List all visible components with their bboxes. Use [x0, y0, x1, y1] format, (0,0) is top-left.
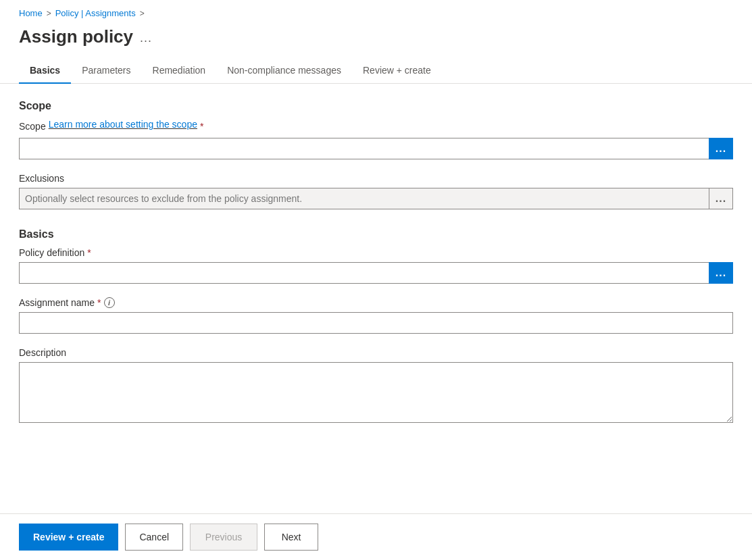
tab-basics[interactable]: Basics: [19, 58, 71, 84]
description-field-group: Description: [19, 347, 733, 425]
assignment-name-label-row: Assignment name * i: [19, 297, 733, 308]
footer-bar: Review + create Cancel Previous Next: [0, 513, 752, 560]
assignment-name-required-star: *: [97, 297, 101, 308]
page-header: Assign policy ...: [0, 24, 752, 58]
policy-definition-input-row: ...: [19, 262, 733, 284]
basics-section: Basics Policy definition * ... Assignmen…: [19, 228, 733, 425]
assignment-name-info-icon: i: [104, 297, 115, 308]
next-button[interactable]: Next: [264, 524, 318, 551]
assignment-name-field-group: Assignment name * i: [19, 297, 733, 334]
policy-definition-label: Policy definition: [19, 247, 84, 258]
previous-button: Previous: [190, 524, 257, 551]
exclusions-input-row: ...: [19, 188, 733, 209]
content-area: Scope Scope Learn more about setting the…: [0, 84, 752, 513]
more-options-button[interactable]: ...: [140, 31, 152, 45]
exclusions-input[interactable]: [19, 188, 709, 209]
breadcrumb-policy-assignments[interactable]: Policy | Assignments: [55, 8, 136, 18]
exclusions-label: Exclusions: [19, 173, 733, 184]
description-input[interactable]: [19, 362, 733, 423]
scope-input-row: ...: [19, 138, 733, 159]
policy-definition-browse-button[interactable]: ...: [709, 262, 733, 284]
description-label: Description: [19, 347, 733, 358]
learn-more-link[interactable]: Learn more about setting the scope: [49, 119, 197, 130]
exclusions-field-group: Exclusions ...: [19, 173, 733, 209]
assignment-name-input[interactable]: [19, 312, 733, 334]
breadcrumb: Home > Policy | Assignments >: [0, 0, 752, 24]
scope-section-title: Scope: [19, 100, 733, 112]
tabs-bar: Basics Parameters Remediation Non-compli…: [0, 58, 752, 84]
scope-label: Scope: [19, 121, 46, 132]
scope-required-star: *: [200, 121, 203, 132]
breadcrumb-sep2: >: [140, 9, 145, 18]
scope-browse-button[interactable]: ...: [709, 138, 733, 159]
policy-definition-required-star: *: [87, 247, 91, 258]
page-title: Assign policy: [19, 26, 133, 47]
scope-field-group: Scope Learn more about setting the scope…: [19, 119, 733, 159]
tab-non-compliance[interactable]: Non-compliance messages: [216, 58, 352, 84]
exclusions-browse-button[interactable]: ...: [709, 188, 733, 209]
tab-parameters[interactable]: Parameters: [71, 58, 141, 84]
breadcrumb-sep1: >: [47, 9, 51, 18]
review-create-button[interactable]: Review + create: [19, 524, 118, 551]
assignment-name-label: Assignment name: [19, 297, 95, 308]
learn-more-text: Learn more about setting the scope: [49, 119, 197, 130]
policy-definition-field-group: Policy definition * ...: [19, 247, 733, 284]
tab-review-create[interactable]: Review + create: [352, 58, 442, 84]
breadcrumb-home[interactable]: Home: [19, 8, 43, 18]
policy-definition-input[interactable]: [19, 262, 709, 284]
scope-label-row: Scope Learn more about setting the scope…: [19, 119, 733, 134]
cancel-button[interactable]: Cancel: [125, 524, 183, 551]
basics-section-title: Basics: [19, 228, 733, 240]
tab-remediation[interactable]: Remediation: [142, 58, 217, 84]
scope-input[interactable]: [19, 138, 709, 159]
policy-definition-label-row: Policy definition *: [19, 247, 733, 258]
